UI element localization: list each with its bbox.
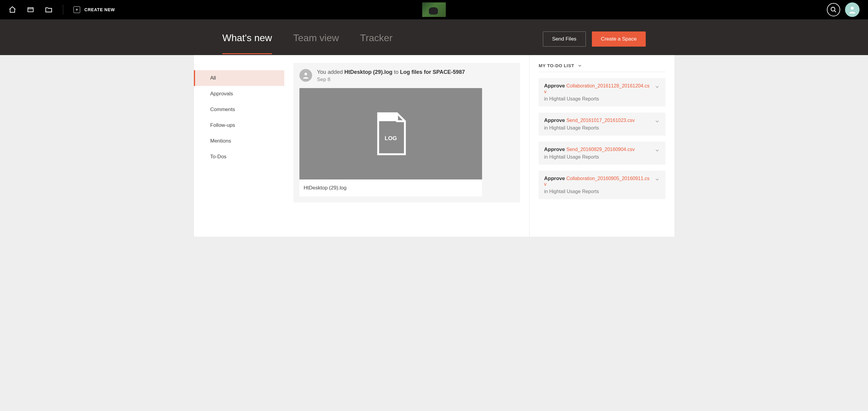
- feed-avatar: [300, 69, 312, 82]
- todo-title: Approve Send_20160829_20160904.csv: [544, 146, 651, 152]
- window-icon[interactable]: [27, 6, 34, 13]
- sidebar-item-comments[interactable]: Comments: [194, 102, 284, 117]
- search-icon: [830, 6, 837, 13]
- todo-link: Send_20161017_20161023.csv: [566, 118, 635, 123]
- todo-item-body: Approve Send_20160829_20160904.csv in Hi…: [544, 146, 651, 160]
- create-new-button[interactable]: + CREATE NEW: [73, 6, 115, 13]
- feed-prefix: You added: [317, 69, 344, 75]
- folder-icon[interactable]: [45, 6, 53, 13]
- todo-title: Approve Send_20161017_20161023.csv: [544, 117, 651, 123]
- svg-point-4: [851, 7, 854, 10]
- person-icon: [302, 71, 310, 79]
- svg-rect-0: [28, 7, 33, 12]
- create-new-label: CREATE NEW: [84, 7, 115, 12]
- tabs: What's new Team view Tracker: [222, 32, 393, 54]
- send-files-button[interactable]: Send Files: [543, 31, 586, 47]
- todo-item-body: Approve Collaboration_20161128_20161204.…: [544, 83, 651, 102]
- sidebar-item-approvals[interactable]: Approvals: [194, 86, 284, 102]
- chevron-down-icon: [577, 63, 582, 68]
- todo-item-body: Approve Send_20161017_20161023.csv in Hi…: [544, 117, 651, 131]
- feed-date: Sep 8: [317, 77, 465, 83]
- sidebar-item-all[interactable]: All: [194, 70, 284, 86]
- feed-activity-text: You added HtDesktop (29).log to Log file…: [317, 69, 465, 76]
- subheader: What's new Team view Tracker Send Files …: [0, 19, 868, 55]
- todo-sub: in Hightail Usage Reports: [544, 154, 651, 160]
- todo-panel: MY TO-DO LIST Approve Collaboration_2016…: [529, 55, 675, 237]
- todo-item[interactable]: Approve Collaboration_20161128_20161204.…: [539, 78, 665, 107]
- logo[interactable]: [422, 2, 446, 17]
- todo-action: Approve: [544, 176, 566, 181]
- feed-head: You added HtDesktop (29).log to Log file…: [300, 69, 514, 83]
- todo-header[interactable]: MY TO-DO LIST: [539, 63, 665, 72]
- chevron-down-icon: [654, 119, 660, 125]
- divider: [63, 4, 63, 15]
- chevron-down-icon: [654, 148, 660, 154]
- svg-line-3: [834, 10, 836, 12]
- topbar: + CREATE NEW: [0, 0, 868, 19]
- svg-point-2: [831, 7, 835, 11]
- file-thumb: LOG: [300, 88, 482, 179]
- person-icon: [848, 5, 857, 14]
- sidebar-item-to-dos[interactable]: To-Dos: [194, 149, 284, 165]
- tab-tracker[interactable]: Tracker: [360, 32, 393, 54]
- todo-action: Approve: [544, 117, 566, 123]
- topbar-right: [827, 2, 860, 17]
- feed-text-wrap: You added HtDesktop (29).log to Log file…: [317, 69, 465, 83]
- feed-mid: to: [392, 69, 400, 75]
- feed-card: You added HtDesktop (29).log to Log file…: [293, 63, 520, 203]
- main: All Approvals Comments Follow-ups Mentio…: [193, 55, 675, 237]
- feed: You added HtDesktop (29).log to Log file…: [284, 55, 529, 237]
- subheader-actions: Send Files Create a Space: [543, 31, 646, 55]
- feed-dest: Log files for SPACE-5987: [400, 69, 465, 75]
- chevron-down-icon: [654, 177, 660, 183]
- tab-whats-new[interactable]: What's new: [222, 32, 272, 54]
- plus-icon: +: [73, 6, 80, 13]
- logo-image: [422, 2, 446, 17]
- todo-item[interactable]: Approve Send_20161017_20161023.csv in Hi…: [539, 113, 665, 136]
- svg-text:LOG: LOG: [385, 135, 397, 141]
- file-label: HtDesktop (29).log: [300, 179, 482, 197]
- todo-link: Send_20160829_20160904.csv: [566, 147, 635, 152]
- todo-title: Approve Collaboration_20161128_20161204.…: [544, 83, 651, 94]
- chevron-down-icon: [654, 84, 660, 91]
- svg-point-5: [305, 72, 307, 76]
- todo-header-label: MY TO-DO LIST: [539, 63, 574, 68]
- todo-item-body: Approve Collaboration_20160905_20160911.…: [544, 176, 651, 194]
- file-icon: LOG: [375, 111, 406, 156]
- tab-team-view[interactable]: Team view: [293, 32, 339, 54]
- search-button[interactable]: [827, 3, 840, 16]
- feed-file: HtDesktop (29).log: [344, 69, 392, 75]
- home-icon[interactable]: [8, 6, 16, 13]
- user-avatar[interactable]: [845, 2, 860, 17]
- svg-rect-6: [378, 113, 397, 121]
- sidebar-item-mentions[interactable]: Mentions: [194, 133, 284, 149]
- todo-sub: in Hightail Usage Reports: [544, 96, 651, 102]
- todo-item[interactable]: Approve Send_20160829_20160904.csv in Hi…: [539, 142, 665, 165]
- todo-action: Approve: [544, 83, 566, 89]
- sidebar-item-follow-ups[interactable]: Follow-ups: [194, 117, 284, 133]
- todo-sub: in Hightail Usage Reports: [544, 189, 651, 194]
- todo-action: Approve: [544, 146, 566, 152]
- todo-title: Approve Collaboration_20160905_20160911.…: [544, 176, 651, 187]
- subheader-inner: What's new Team view Tracker Send Files …: [210, 31, 658, 55]
- topbar-left: + CREATE NEW: [8, 4, 115, 15]
- todo-sub: in Hightail Usage Reports: [544, 125, 651, 131]
- create-space-button[interactable]: Create a Space: [592, 31, 646, 47]
- file-preview[interactable]: LOG HtDesktop (29).log: [300, 88, 482, 197]
- todo-item[interactable]: Approve Collaboration_20160905_20160911.…: [539, 171, 665, 199]
- sidebar: All Approvals Comments Follow-ups Mentio…: [193, 55, 284, 237]
